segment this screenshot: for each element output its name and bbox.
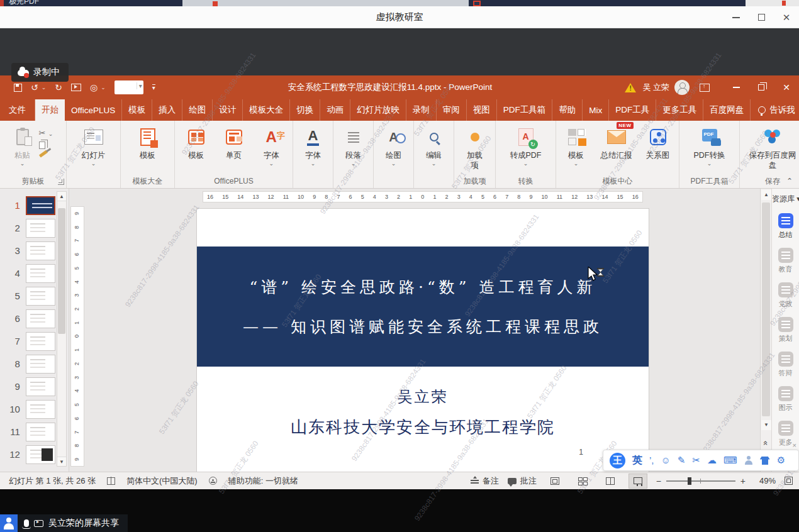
tab-录制[interactable]: 录制 [406,99,437,121]
slide-canvas[interactable]: “谱” 绘安全思政路·“数” 造工程育人新 —— 知识图谱赋能安全系统工程课程思… [197,209,649,473]
officeplus-font-button[interactable]: A字 字体 ⌄ [254,125,289,165]
share-avatar-icon[interactable] [0,514,18,532]
template-center-template-button[interactable]: 模板 ⌄ [561,125,592,165]
thumbnail-item-2[interactable]: 2 [0,218,55,238]
language-status[interactable]: 简体中文(中国大陆) [126,475,198,487]
thumbnail-item-10[interactable]: 10 [0,399,55,419]
thumbnail-preview[interactable] [26,355,55,374]
settings-gear-icon[interactable]: ⚙ [777,455,785,465]
redo-button[interactable]: ↻ [55,82,62,92]
sidebar-item-图示[interactable]: 图示 [778,386,793,413]
thumbnail-preview[interactable] [26,377,55,396]
undo-button[interactable]: ↺ [31,82,38,92]
paragraph-button[interactable]: 段落 ⌄ [337,125,369,165]
tab-帮助[interactable]: 帮助 [552,99,583,121]
zoom-slider-thumb[interactable] [688,477,691,485]
font-button[interactable]: A 字体 ⌄ [297,125,329,165]
thumb-scroll-down-arrow[interactable]: ▼ [57,457,66,466]
notes-button[interactable]: 备注 [471,475,499,487]
thumbnail-preview[interactable] [26,400,55,419]
tab-插入[interactable]: 插入 [152,99,182,121]
transparency-icon[interactable]: ◎ [90,82,98,92]
thumb-scroll-thumb[interactable] [58,208,65,334]
screen-share-icon[interactable] [34,520,43,527]
main-scrollbar[interactable]: ▲ ▼ « » [760,189,771,472]
thumbnail-item-1[interactable]: 1 [0,195,55,216]
slide-title-band[interactable]: “谱” 绘安全思政路·“数” 造工程育人新 —— 知识图谱赋能安全系统工程课程思… [197,247,649,367]
tab-开始[interactable]: 开始 [35,99,65,121]
account-avatar[interactable] [674,80,690,95]
promo-close-icon[interactable]: × [793,441,796,449]
previous-slide-button[interactable]: « [761,434,771,450]
save-icon[interactable] [14,84,22,92]
tab-幻灯片放映[interactable]: 幻灯片放映 [350,99,406,121]
scroll-thumb[interactable] [762,202,770,416]
sidebar-item-策划[interactable]: 策划 [778,317,793,343]
thumbnail-preview[interactable] [26,423,55,441]
reading-view-button[interactable] [601,474,620,489]
sidebar-item-总结[interactable]: 总结 [778,213,793,240]
slides-button[interactable]: 幻灯片 ⌄ [75,125,112,165]
edit-button[interactable]: 编辑 ⌄ [418,125,450,165]
thumbnail-item-9[interactable]: 9 [0,376,55,397]
pdf-convert-button[interactable]: PDF转换 ⌄ [684,125,735,165]
collapse-ribbon-chevron[interactable]: ⌃ [786,177,793,186]
account-user-name[interactable]: 吴 立荣 [642,82,669,93]
slide-sorter-view-button[interactable] [573,474,592,489]
thumbnail-item-12[interactable]: 12 [0,444,55,465]
thumbnail-preview[interactable] [26,287,55,306]
comments-button[interactable]: 批注 [508,475,537,487]
thumbnail-preview[interactable] [26,264,55,283]
scissors-icon[interactable]: ✂ [692,455,700,465]
tab-文件[interactable]: 文件 [0,99,35,121]
display-settings-icon[interactable] [107,477,115,485]
ppt-minimize-button[interactable] [724,75,749,99]
sidebar-item-更多[interactable]: 更多 [778,421,793,447]
qat-combobox[interactable] [115,80,143,94]
vr-close-button[interactable]: ✕ [774,6,799,28]
punctuation-icon[interactable]: ’, [649,455,654,465]
zoom-in-button[interactable]: + [740,476,746,486]
cut-dropdown[interactable]: ⌄ [48,131,53,137]
officeplus-page-button[interactable]: 单页 [216,125,252,161]
relation-diagram-button[interactable]: 关系图 [641,125,675,161]
transparency-dropdown[interactable]: ⌄ [101,84,106,91]
thumbnail-item-6[interactable]: 6 [0,308,55,329]
undo-dropdown[interactable]: ⌄ [42,84,47,91]
fit-to-window-icon[interactable] [785,477,793,485]
zoom-slider[interactable] [666,480,735,482]
tab-视图[interactable]: 视图 [467,99,497,121]
sidebar-item-党政[interactable]: 党政 [778,282,793,309]
cut-icon[interactable]: ✂ [39,128,46,138]
slideshow-view-button[interactable] [629,474,647,489]
paste-button[interactable]: 粘贴 ⌄ [9,125,36,165]
tab-切换[interactable]: 切换 [290,99,320,121]
tab-动画[interactable]: 动画 [320,99,350,121]
tab-设计[interactable]: 设计 [213,99,243,121]
thumbnail-item-8[interactable]: 8 [0,353,55,374]
tab-审阅[interactable]: 审阅 [437,99,467,121]
user-icon[interactable] [744,456,753,465]
to-pdf-button[interactable]: 转成PDF ⌄ [501,125,551,165]
clipboard-dialog-launcher[interactable] [58,179,64,185]
thumbnail-item-7[interactable]: 7 [0,331,55,352]
thumbnail-preview[interactable] [26,219,55,238]
ppt-close-button[interactable]: ✕ [774,75,799,99]
tab-模板大全[interactable]: 模板大全 [243,99,290,121]
zoom-percentage[interactable]: 49% [754,476,776,485]
microphone-icon[interactable] [24,519,29,527]
skin-shirt-icon[interactable] [760,457,770,465]
thumbnail-preview[interactable] [26,445,55,464]
format-painter-icon[interactable] [38,150,47,157]
tab-PDF工具箱[interactable]: PDF工具箱 [497,99,553,121]
english-mode[interactable]: 英 [632,454,642,467]
tab-更多工具[interactable]: 更多工具 [656,99,703,121]
template-gallery-button[interactable]: 模板 [130,125,166,161]
thumbnail-item-3[interactable]: 3 [0,240,55,261]
thumbnail-item-4[interactable]: 4 [0,263,55,284]
tab-Mix[interactable]: Mix [583,99,609,121]
cloud-icon[interactable]: ☁ [707,455,717,465]
warning-icon[interactable] [625,83,636,92]
tab-百度网盘[interactable]: 百度网盘 [703,99,751,121]
tab-OfficePLUS[interactable]: OfficePLUS [65,99,122,121]
